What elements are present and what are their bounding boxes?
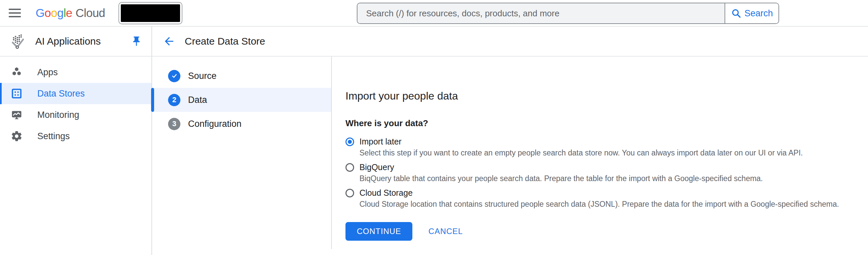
- sidebar-header: AI Applications: [0, 27, 151, 57]
- stepper: Source 2 Data 3 Configuration: [152, 57, 332, 249]
- radio-option-bigquery[interactable]: BigQuery BiqQuery table that contains yo…: [345, 162, 868, 183]
- content-header: Create Data Store: [152, 27, 868, 57]
- data-location-question: Where is your data?: [345, 118, 868, 128]
- apps-cubes-icon: [10, 66, 23, 78]
- form-actions: CONTINUE CANCEL: [345, 222, 868, 241]
- logo-cloud-text: Cloud: [75, 6, 105, 20]
- top-app-bar: G o o g l e Cloud Search: [0, 0, 868, 27]
- continue-button[interactable]: CONTINUE: [345, 222, 412, 241]
- hamburger-icon[interactable]: [9, 9, 21, 17]
- sidebar-item-label: Settings: [37, 131, 70, 141]
- search-button-label: Search: [745, 8, 773, 19]
- logo-letter: o: [51, 6, 57, 20]
- radio-option-import-later[interactable]: Import later Select this step if you wan…: [345, 136, 868, 157]
- option-label: Import later: [360, 136, 803, 147]
- option-description: Select this step if you want to create a…: [360, 148, 803, 157]
- logo-letter: G: [36, 6, 44, 20]
- search-button[interactable]: Search: [724, 3, 778, 23]
- pin-icon[interactable]: [131, 36, 142, 47]
- monitoring-icon: [10, 109, 23, 121]
- radio-button[interactable]: [345, 189, 354, 197]
- option-description: Cloud Storage location that contains str…: [360, 199, 839, 209]
- cancel-button[interactable]: CANCEL: [428, 227, 463, 236]
- logo-letter: o: [44, 6, 51, 20]
- project-selector-redacted[interactable]: [119, 2, 182, 24]
- page-shell: AI Applications Apps: [0, 27, 868, 255]
- gear-icon: [10, 130, 23, 142]
- global-search-bar: Search: [357, 3, 779, 24]
- step-label: Source: [188, 71, 217, 81]
- main-heading: Import your people data: [345, 90, 868, 102]
- content-body: Source 2 Data 3 Configuration Import you…: [152, 57, 868, 249]
- sidebar-item-data-stores[interactable]: Data Stores: [0, 83, 151, 104]
- magnifier-icon: [731, 8, 742, 19]
- page-title: Create Data Store: [185, 36, 265, 47]
- ai-applications-icon: [9, 33, 27, 50]
- sidebar-item-label: Monitoring: [37, 110, 79, 120]
- step-label: Configuration: [188, 119, 242, 129]
- option-label: Cloud Storage: [360, 188, 839, 198]
- main-panel: Import your people data Where is your da…: [332, 57, 868, 249]
- sidebar-item-monitoring[interactable]: Monitoring: [0, 104, 151, 126]
- data-stores-icon: [10, 88, 23, 99]
- sidebar-item-apps[interactable]: Apps: [0, 62, 151, 83]
- sidebar-nav: Apps Data Stores: [0, 57, 151, 147]
- google-cloud-logo: G o o g l e Cloud: [36, 6, 105, 20]
- back-arrow-icon[interactable]: [163, 35, 176, 47]
- active-step-indicator: [151, 88, 154, 112]
- sidebar: AI Applications Apps: [0, 27, 152, 255]
- radio-button[interactable]: [345, 163, 354, 172]
- logo-letter: e: [66, 6, 72, 20]
- sidebar-item-label: Apps: [37, 67, 58, 77]
- step-number: 2: [168, 94, 180, 106]
- sidebar-title: AI Applications: [35, 36, 101, 47]
- radio-group: Import later Select this step if you wan…: [345, 136, 868, 209]
- step-number: 3: [168, 118, 180, 130]
- check-icon: [168, 70, 180, 82]
- option-description: BiqQuery table that contains your people…: [360, 174, 763, 183]
- logo-letter: l: [64, 6, 66, 20]
- step-label: Data: [188, 95, 207, 105]
- radio-option-cloud-storage[interactable]: Cloud Storage Cloud Storage location tha…: [345, 188, 868, 209]
- sidebar-item-settings[interactable]: Settings: [0, 126, 151, 147]
- content-area: Create Data Store Source 2 Data: [152, 27, 868, 255]
- redaction-block: [121, 4, 180, 22]
- sidebar-item-label: Data Stores: [37, 89, 85, 99]
- radio-button[interactable]: [345, 137, 354, 146]
- logo-letter: g: [57, 6, 64, 20]
- step-configuration[interactable]: 3 Configuration: [152, 112, 331, 136]
- step-source[interactable]: Source: [152, 64, 331, 88]
- search-input[interactable]: [358, 3, 724, 23]
- step-data[interactable]: 2 Data: [152, 88, 331, 112]
- option-label: BigQuery: [360, 162, 763, 172]
